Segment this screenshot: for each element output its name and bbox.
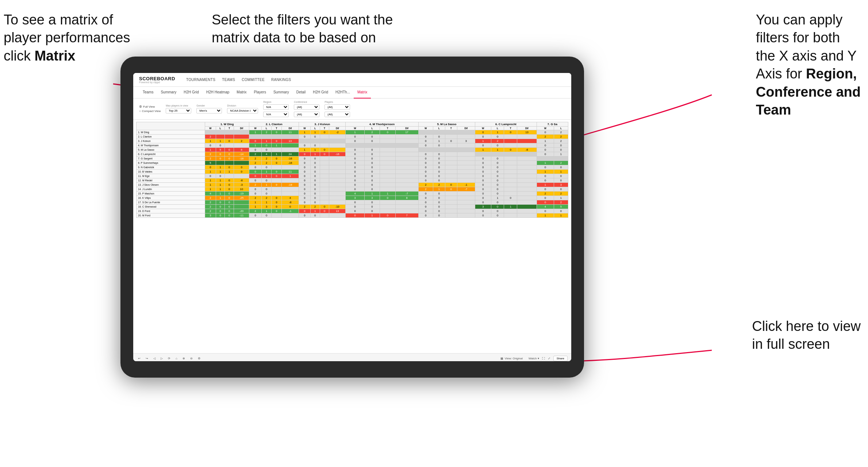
ties-cell: 0 [272,157,281,161]
watch-btn[interactable]: Watch ▾ [529,357,539,360]
wins-cell: 0 [205,143,216,148]
nav-links: TOURNAMENTS TEAMS COMMITTEE RANKINGS [186,78,291,82]
ties-cell [504,165,517,170]
ties-cell [320,157,329,161]
wins-cell: 0 [346,187,364,192]
expand-btn[interactable]: ⤢ [548,357,550,360]
table-row: 5. M La Sasso15060011000110-600 [137,148,568,152]
zoom-in-btn[interactable]: ⊕ [181,356,186,360]
region-select2[interactable]: N/A [263,112,289,117]
wins-cell: 0 [299,196,310,200]
losses-cell: 0 [364,135,380,139]
ties-cell [320,161,329,165]
players-select[interactable]: (All) [324,104,350,110]
gender-select[interactable]: Men's [196,108,222,113]
diff-cell [329,187,346,192]
zoom-out-btn[interactable]: ⊖ [189,356,194,360]
wins-cell: 0 [249,187,261,192]
ties-cell: 0 [272,174,281,178]
subnav-summary[interactable]: Summary [157,87,180,99]
losses-cell: 2 [554,135,568,139]
annotation-top-left: To see a matrix of player performances c… [4,11,130,65]
max-players-select[interactable]: Top 25 [166,108,191,113]
subnav-h2h-grid[interactable]: H2H Grid [180,87,203,99]
ties-cell: 0 [225,200,234,205]
refresh-btn[interactable]: ⟳ [167,356,172,360]
subnav-matrix[interactable]: Matrix [233,87,250,99]
full-view-radio[interactable]: ⦿ Full View [139,105,161,108]
subnav-summary2[interactable]: Summary [270,87,293,99]
settings-btn[interactable]: ⚙ [197,356,201,360]
share-button[interactable]: Share [553,356,568,361]
nav-rankings[interactable]: RANKINGS [271,78,291,82]
wins-cell: 1 [299,148,310,152]
sub-navigation: Teams Summary H2H Grid H2H Heatmap Matri… [133,87,571,99]
subnav-players[interactable]: Players [250,87,270,99]
losses-cell: 2 [310,205,320,209]
diff-cell [281,178,299,183]
wins-cell: 0 [346,157,364,161]
wins-cell: 0 [418,205,433,209]
diff-cell [329,196,346,200]
losses-cell: 0 [261,148,271,152]
nav-teams[interactable]: TEAMS [222,78,235,82]
back-btn[interactable]: ◁ [152,356,157,360]
app-header: SCOREBOARD Powered by clippd TOURNAMENTS… [133,73,571,87]
nav-tournaments[interactable]: TOURNAMENTS [186,78,215,82]
diff-cell: -7 [395,192,418,196]
wins-cell: 0 [299,192,310,196]
subnav-h2h-grid2[interactable]: H2H Grid [309,87,332,99]
conference-select2[interactable]: (All) [294,112,319,117]
losses-cell: 0 [216,174,225,178]
region-select[interactable]: N/A [263,104,289,110]
losses-cell: 0 [310,213,320,218]
ties-cell [504,200,517,205]
annotation-tl-line2: player performances [4,30,130,45]
losses-cell: 0 [310,192,320,196]
losses-cell: 0 [554,174,568,178]
ties-cell [445,178,457,183]
home-btn[interactable]: ⌂ [174,356,178,360]
ties-cell [380,174,395,178]
subnav-h2hth[interactable]: H2HTh... [332,87,354,99]
wins-cell: 3 [475,205,491,209]
player-name-cell: 19. D Ford [137,209,205,213]
subnav-teams[interactable]: Teams [139,87,157,99]
table-row: 20. M Ford300-1100000107000011 [137,213,568,218]
forward-btn[interactable]: ▷ [160,356,164,360]
gender-label: Gender [196,104,222,107]
player-name-cell: 11. M Ege [137,174,205,178]
diff-cell [329,148,346,152]
fullscreen-btn[interactable]: ⛶ [542,357,545,360]
ties-cell [272,178,281,183]
ties-cell [225,174,234,178]
wins-cell: 0 [475,143,491,148]
losses-cell: 0 [491,183,504,187]
losses-cell: 1 [261,170,271,174]
ties-cell: 1 [272,152,281,157]
losses-cell: 0 [433,213,445,218]
ties-cell [504,178,517,183]
redo-btn[interactable]: ↪ [145,356,149,360]
losses-cell: 0 [310,165,320,170]
players-select2[interactable]: (All) [324,112,350,117]
compact-view-radio[interactable]: ○ Compact View [139,109,161,113]
diff-cell: 11 [281,170,299,174]
nav-committee[interactable]: COMMITTEE [242,78,265,82]
player-name-cell: 13. J Skov Olesen [137,183,205,187]
undo-btn[interactable]: ↩ [137,356,142,360]
col-header-3: 3. J Koivun [299,122,346,127]
division-select[interactable]: NCAA Division I [227,108,258,113]
diff-cell: -1 [457,183,475,187]
wins-cell: 0 [418,192,433,196]
losses-cell: 0 [310,187,320,192]
subnav-h2h-heatmap[interactable]: H2H Heatmap [203,87,233,99]
subnav-detail[interactable]: Detail [293,87,310,99]
diff-cell [517,135,537,139]
ties-cell [225,161,234,165]
ties-cell: 0 [225,178,234,183]
subnav-matrix-active[interactable]: Matrix [354,87,371,99]
wins-cell: 1 [346,130,364,135]
conference-select[interactable]: (All) [294,104,319,110]
region-filter: Region N/A N/A [263,101,289,117]
